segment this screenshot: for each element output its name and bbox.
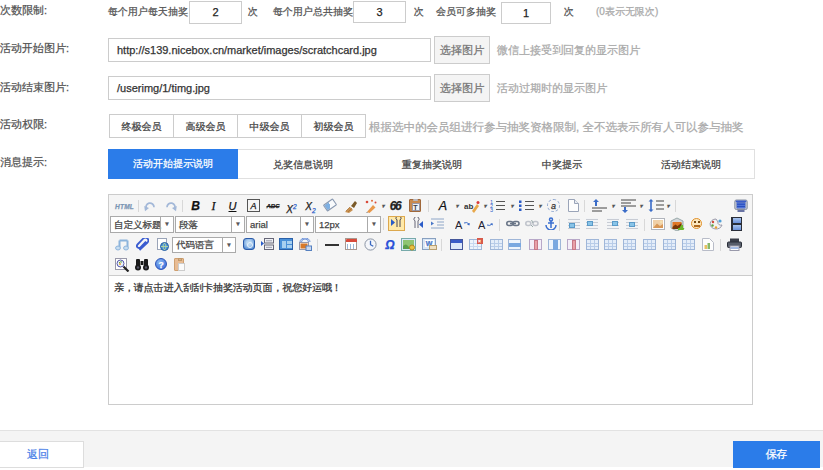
svg-text:A: A: [478, 219, 486, 230]
svg-text:ab: ab: [464, 202, 473, 211]
svg-text:A: A: [455, 219, 463, 230]
svg-text:3: 3: [490, 207, 493, 213]
